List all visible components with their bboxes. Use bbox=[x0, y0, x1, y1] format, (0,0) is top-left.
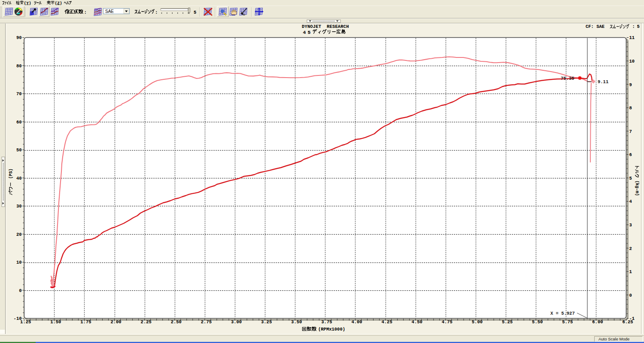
svg-text:60: 60 bbox=[16, 120, 22, 125]
svg-text:4.50: 4.50 bbox=[412, 319, 422, 325]
svg-text:70: 70 bbox=[16, 91, 22, 96]
svg-text::: : bbox=[632, 24, 635, 29]
svg-text:5.75: 5.75 bbox=[562, 319, 573, 325]
svg-text:5: 5 bbox=[629, 176, 632, 181]
svg-text:1.25: 1.25 bbox=[20, 319, 31, 325]
svg-text:5: 5 bbox=[308, 30, 311, 35]
svg-text:4.25: 4.25 bbox=[381, 319, 392, 325]
svg-text:3.25: 3.25 bbox=[261, 319, 272, 325]
svg-text:5: 5 bbox=[194, 10, 196, 15]
svg-text:30: 30 bbox=[16, 204, 22, 209]
svg-text:4: 4 bbox=[629, 199, 632, 204]
svg-text:90: 90 bbox=[16, 35, 22, 40]
svg-text:6: 6 bbox=[629, 152, 632, 157]
svg-text:20: 20 bbox=[16, 232, 22, 237]
svg-text:0: 0 bbox=[629, 293, 632, 298]
svg-text:3.00: 3.00 bbox=[231, 319, 242, 325]
svg-text:2.75: 2.75 bbox=[201, 319, 212, 325]
svg-text:4.75: 4.75 bbox=[442, 319, 453, 325]
svg-text:1.75: 1.75 bbox=[80, 319, 91, 325]
svg-text:4: 4 bbox=[303, 30, 306, 35]
svg-text:10: 10 bbox=[16, 260, 22, 265]
svg-text:2.25: 2.25 bbox=[141, 319, 152, 325]
svg-text:4.00: 4.00 bbox=[351, 319, 362, 325]
svg-text:0: 0 bbox=[19, 288, 21, 293]
svg-text:(Y): (Y) bbox=[24, 1, 31, 6]
svg-text:6.25: 6.25 bbox=[622, 319, 633, 325]
svg-text:5.25: 5.25 bbox=[502, 319, 513, 325]
svg-text:10: 10 bbox=[629, 59, 635, 64]
svg-text:3.75: 3.75 bbox=[321, 319, 332, 325]
svg-text:3.50: 3.50 bbox=[291, 319, 302, 325]
svg-text:5.00: 5.00 bbox=[472, 319, 483, 325]
svg-text:1: 1 bbox=[629, 269, 632, 274]
svg-text:(PS): (PS) bbox=[9, 168, 13, 179]
svg-text:X = 5.927: X = 5.927 bbox=[550, 311, 575, 316]
svg-text::: : bbox=[84, 10, 87, 15]
svg-text:(Z): (Z) bbox=[55, 1, 62, 6]
svg-text:11: 11 bbox=[629, 35, 635, 40]
svg-text:DYNOJET RESEARCH: DYNOJET RESEARCH bbox=[302, 24, 349, 29]
svg-text:40: 40 bbox=[16, 176, 22, 181]
svg-text:9: 9 bbox=[629, 82, 632, 87]
svg-text:75.35: 75.35 bbox=[561, 76, 574, 81]
svg-text:7: 7 bbox=[629, 129, 632, 134]
svg-text:2: 2 bbox=[629, 246, 632, 251]
svg-text:Auto Scale Mode: Auto Scale Mode bbox=[598, 337, 629, 341]
svg-text:SAE: SAE bbox=[105, 9, 114, 14]
svg-text:1.50: 1.50 bbox=[50, 319, 61, 325]
svg-text:CF: SAE: CF: SAE bbox=[586, 24, 605, 29]
svg-text::: : bbox=[155, 10, 158, 15]
svg-text:(kg-m): (kg-m) bbox=[635, 181, 639, 196]
svg-text:2.50: 2.50 bbox=[171, 319, 182, 325]
svg-text:3: 3 bbox=[629, 223, 632, 228]
svg-text:6.00: 6.00 bbox=[592, 319, 603, 325]
svg-text:2.00: 2.00 bbox=[110, 319, 121, 325]
svg-text:5.50: 5.50 bbox=[532, 319, 543, 325]
svg-text:8: 8 bbox=[629, 105, 632, 111]
svg-text:(RPMx1000): (RPMx1000) bbox=[318, 327, 345, 332]
svg-text:50: 50 bbox=[16, 147, 22, 153]
svg-text:5: 5 bbox=[637, 24, 640, 29]
svg-text:80: 80 bbox=[16, 63, 22, 69]
svg-text:9.11: 9.11 bbox=[598, 79, 608, 84]
